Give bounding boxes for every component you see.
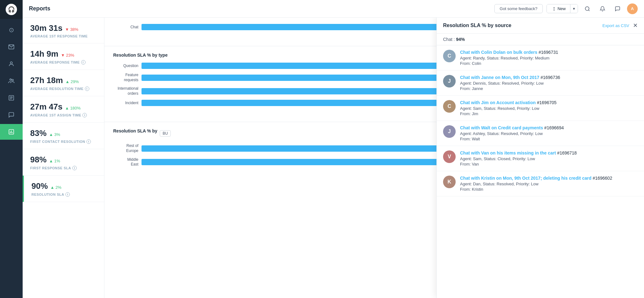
metric-label-3: AVERAGE RESOLUTION TIME i (30, 87, 97, 91)
chat-avatar-6: K (443, 176, 456, 188)
sidebar-item-knowledge[interactable] (0, 90, 23, 106)
chat-meta-5: Agent: Sam, Status: Closed, Priority: Lo… (460, 156, 638, 161)
metric-change-2: ▼ 23% (61, 53, 75, 58)
overlay-header: Resolution SLA % by source Export as CSV… (437, 18, 644, 34)
close-overlay-button[interactable]: ✕ (633, 23, 638, 28)
chart-label-middle-east: MiddleEast (113, 157, 138, 167)
chart-label-rest-europe: Rest ofEurope (113, 143, 138, 153)
chat-title-2: Chat with Janne on Mon, 9th Oct 2017 #16… (460, 75, 638, 80)
chat-info-4: Chat with Walt on Credit card payments #… (460, 125, 638, 141)
chart-label-international: Internationalorders (113, 86, 138, 96)
chart-label-chat: Chat (113, 25, 138, 29)
sidebar-item-chat[interactable] (0, 107, 23, 123)
chat-meta-3: Agent: Sam, Status: Resolved, Priority: … (460, 106, 638, 111)
chat-title-6: Chat with Kristin on Mon, 9th Oct 2017; … (460, 176, 638, 181)
chat-from-5: From: Van (460, 162, 638, 166)
knowledge-icon (8, 95, 14, 101)
chat-title-4: Chat with Walt on Credit card payments #… (460, 125, 638, 130)
metric-label-2: AVERAGE RESPONSE TIME i (30, 60, 97, 65)
feedback-button[interactable]: Got some feedback? (494, 4, 543, 13)
chat-meta-1: Agent: Randy, Status: Resolved, Priority… (460, 56, 638, 60)
sidebar-item-contacts[interactable] (0, 56, 23, 72)
metric-label-1: AVERAGE 1ST RESPONSE TIME (30, 34, 97, 38)
info-icon-2: i (81, 60, 86, 65)
sidebar-item-reports[interactable] (0, 124, 23, 140)
chat-icon (8, 112, 14, 118)
feedback-icon-button[interactable] (612, 3, 623, 14)
chart-label-feature: Featurerequests (113, 73, 138, 82)
main-wrapper: Reports Got some feedback? New ▾ A 30m 3 (23, 0, 644, 298)
chat-ticket-5: #1696718 (557, 150, 577, 155)
svg-point-3 (12, 79, 14, 81)
chat-meta-2: Agent: Dennis, Status: Resolved, Priorit… (460, 81, 638, 86)
chat-link-2[interactable]: Chat with Janne on Mon, 9th Oct 2017 (460, 75, 539, 80)
page-title: Reports (29, 5, 491, 12)
chat-link-1[interactable]: Chat with Colin Dolan on bulk orders (460, 50, 537, 55)
chat-info-2: Chat with Janne on Mon, 9th Oct 2017 #16… (460, 75, 638, 91)
chat-info-1: Chat with Colin Dolan on bulk orders #16… (460, 50, 638, 66)
logo-icon: 🎧 (6, 4, 17, 15)
metric-avg-response: 14h 9m ▼ 23% AVERAGE RESPONSE TIME i (23, 43, 104, 70)
chat-info-3: Chat with Jim on Account activation #169… (460, 100, 638, 116)
chat-from-3: From: Jim (460, 111, 638, 116)
info-icon-7: i (65, 192, 70, 197)
chat-item-3[interactable]: C Chat with Jim on Account activation #1… (437, 96, 644, 121)
metric-change-1: ▼ 38% (65, 27, 79, 32)
chat-link-5[interactable]: Chat with Van on his items missing in th… (460, 150, 556, 155)
chat-avatar-5: V (443, 150, 456, 163)
metric-first-response-sla: 98% ▲ 1% FIRST RESPONSE SLA i (23, 149, 104, 176)
message-circle-icon (615, 6, 620, 12)
chat-item-6[interactable]: K Chat with Kristin on Mon, 9th Oct 2017… (437, 171, 644, 196)
chat-item-1[interactable]: C Chat with Colin Dolan on bulk orders #… (437, 45, 644, 70)
metric-change-3: ▲ 29% (65, 79, 79, 84)
chat-ticket-4: #1696694 (544, 125, 564, 130)
chat-title-3: Chat with Jim on Account activation #169… (460, 100, 638, 105)
new-btn-group: New ▾ (547, 4, 578, 13)
chat-avatar-3: C (443, 100, 456, 113)
chat-info-6: Chat with Kristin on Mon, 9th Oct 2017; … (460, 176, 638, 192)
chat-ticket-1: #1696731 (539, 50, 558, 55)
chat-meta-4: Agent: Ashley, Status: Resolved, Priorit… (460, 131, 638, 136)
chat-link-3[interactable]: Chat with Jim on Account activation (460, 100, 536, 105)
svg-point-12 (585, 7, 589, 10)
user-avatar[interactable]: A (627, 3, 638, 14)
search-icon (585, 6, 590, 12)
export-csv-button[interactable]: Export as CSV (602, 23, 629, 28)
new-dropdown-button[interactable]: ▾ (570, 4, 578, 13)
metric-value-6: 98% (30, 155, 47, 165)
chat-item-2[interactable]: J Chat with Janne on Mon, 9th Oct 2017 #… (437, 70, 644, 96)
sidebar-item-teams[interactable] (0, 73, 23, 89)
bu-filter-badge[interactable]: BU (160, 130, 171, 137)
metric-change-4: ▲ 180% (65, 106, 81, 110)
chat-link-6[interactable]: Chat with Kristin on Mon, 9th Oct 2017; … (460, 176, 591, 181)
svg-line-13 (588, 10, 589, 11)
header: Reports Got some feedback? New ▾ A (23, 0, 644, 18)
home-icon: ⊙ (9, 26, 14, 34)
info-icon-3: i (85, 87, 89, 91)
compose-icon (551, 7, 556, 11)
contacts-icon (8, 61, 14, 67)
metric-change-7: ▲ 2% (50, 185, 61, 190)
chat-link-4[interactable]: Chat with Walt on Credit card payments (460, 125, 543, 130)
sidebar-item-inbox[interactable] (0, 39, 23, 55)
svg-point-1 (10, 62, 13, 64)
chat-item-5[interactable]: V Chat with Van on his items missing in … (437, 146, 644, 171)
overlay-panel: Resolution SLA % by source Export as CSV… (436, 18, 644, 298)
sidebar-logo[interactable]: 🎧 (0, 0, 23, 19)
chat-avatar-2: J (443, 75, 456, 87)
chat-title-5: Chat with Van on his items missing in th… (460, 150, 638, 155)
new-button[interactable]: New (547, 4, 570, 13)
search-button[interactable] (582, 3, 593, 14)
metrics-panel: 30m 31s ▼ 38% AVERAGE 1ST RESPONSE TIME … (23, 18, 104, 298)
overlay-title: Resolution SLA % by source (443, 23, 599, 28)
chart-label-incident: Incident (113, 101, 138, 105)
info-icon-4: i (82, 113, 87, 117)
metric-value-3: 27h 18m (30, 76, 63, 85)
chat-item-4[interactable]: J Chat with Walt on Credit card payments… (437, 121, 644, 146)
chat-from-4: From: Walt (460, 137, 638, 141)
chat-from-6: From: Kristin (460, 187, 638, 192)
metric-label-6: FIRST RESPONSE SLA i (30, 166, 97, 170)
sidebar-item-home[interactable]: ⊙ (0, 22, 23, 38)
chat-avatar-4: J (443, 125, 456, 138)
notifications-button[interactable] (597, 3, 608, 14)
